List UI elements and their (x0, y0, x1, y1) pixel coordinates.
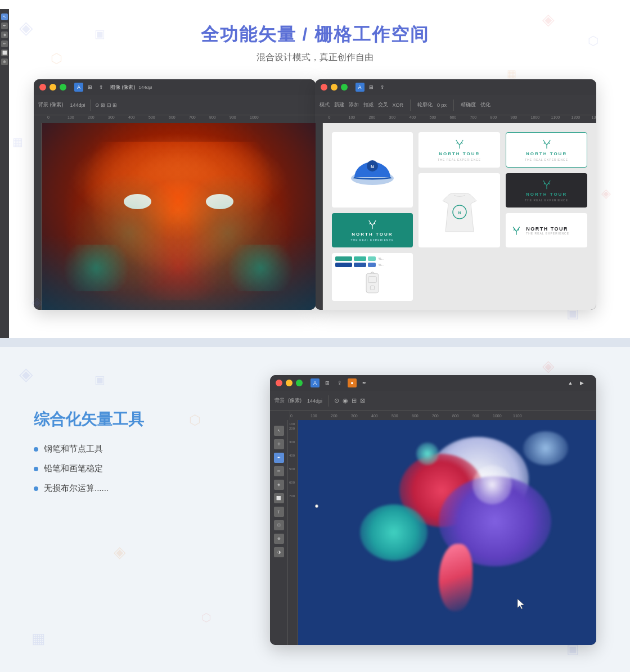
move-tool-2[interactable]: ✛ (274, 439, 284, 449)
canvas-left (42, 123, 316, 310)
close-dot-r[interactable] (321, 84, 327, 91)
titlebar-2: A ⊞ ⇪ ● ✒ ▲ ▶ (270, 375, 596, 391)
brand-logo-sub-4: THE REAL EXPERIENCE (350, 238, 394, 242)
brand-logo-name-1: NORTH TOUR (439, 151, 480, 156)
svg-text:N: N (371, 164, 374, 169)
zoom-tool-2[interactable]: ⊕ (274, 534, 284, 544)
app-icon-2: A (310, 378, 320, 387)
close-dot[interactable] (39, 84, 46, 91)
maximize-dot-2[interactable] (296, 380, 303, 386)
feature-item-2: 铅笔和画笔稳定 (34, 463, 248, 474)
blob-teal-sm (416, 443, 439, 465)
cursor-tool-2[interactable]: ↖ (274, 426, 284, 436)
titlebar-left: A ⊞ ⇪ 图像 (像素) 144dpi (34, 79, 316, 95)
antler-logo-icon-2 (540, 138, 554, 150)
section-divider (0, 338, 630, 347)
ruler-vertical-left (34, 123, 42, 310)
palette-backpack-card: %... %... (332, 253, 413, 301)
grid-icon: ⊞ (86, 83, 94, 92)
deco-icon-s2-1: ◈ (19, 363, 33, 385)
svg-text:N: N (458, 211, 461, 215)
canvas-right: NORTH TOUR THE REAL EXPERIENCE NORTH TOU… (323, 123, 597, 310)
shape-tool-2[interactable]: ⬜ (274, 493, 284, 503)
feature-item-3: 无损布尔运算...... (34, 483, 248, 494)
bullet-3 (34, 486, 38, 491)
app-window-right: A ⊞ ⇪ 模式新建添加扣减交叉XOR 轮廓化0 px精确度优化 0100200… (315, 79, 597, 310)
brand-logo-sub-3: THE REAL EXPERIENCE (525, 199, 568, 202)
brand-card-dark-1: NORTH TOUR THE REAL EXPERIENCE (506, 173, 587, 208)
dual-window-container: A ⊞ ⇪ 图像 (像素) 144dpi 背景 (像素) 144dpi ⊙ ⊠ … (34, 79, 596, 310)
hat-illustration: N (350, 150, 395, 190)
feature-list: 钢笔和节点工具 铅笔和画笔稳定 无损布尔运算...... (34, 444, 248, 494)
toolbar-dpi-label: 144dpi (307, 398, 322, 404)
toolbar-left: 背景 (像素) 144dpi ⊙ ⊠ ⊡ ⊞ (34, 95, 316, 115)
share-icon: ⇪ (97, 83, 106, 92)
window-body-left: ↖ ✛ ✒ ✏ ⬜ T ⊕ ◉ ⊡ (34, 123, 316, 310)
blob-ribbon (439, 544, 472, 611)
maximize-dot-r[interactable] (341, 84, 348, 91)
feature-label-1: 钢笔和节点工具 (44, 444, 103, 454)
ruler-h-2: 010020030040050060070080090010001100 (270, 411, 596, 420)
brand-logo-name-4: NORTH TOUR (352, 232, 393, 237)
right-icon-1: ▲ (566, 378, 575, 387)
right-icon-2: ▶ (577, 378, 586, 387)
pen-cursor (515, 598, 529, 611)
section1-title: 全功能矢量 / 栅格工作空间 (34, 22, 596, 47)
toolbar-bg-label: 背景 (274, 397, 285, 404)
brand-card-outline-1: NORTH TOUR THE REAL EXPERIENCE (506, 132, 587, 168)
tools-panel-2: ↖ ✛ ✒ ✏ ◈ ⬜ T ⊡ ⊕ ◑ (270, 420, 288, 645)
canvas-2 (298, 420, 596, 645)
minimize-dot[interactable] (50, 84, 56, 91)
share-icon-r: ⇪ (378, 83, 387, 92)
deco-icon-s2-5: ▦ (32, 630, 46, 647)
deco-icon: ◈ (601, 186, 611, 201)
brand-card-horizontal: NORTH TOUR THE REAL EXPERIENCE (506, 213, 587, 247)
blob-light-blue (523, 431, 568, 465)
brand-grid: NORTH TOUR THE REAL EXPERIENCE NORTH TOU… (332, 132, 588, 301)
brand-logo-sub-5: THE REAL EXPERIENCE (526, 232, 569, 235)
text-tool-2[interactable]: T (274, 507, 284, 517)
share-icon-2: ⇪ (335, 378, 344, 387)
deco-icon: ▦ (12, 135, 23, 148)
brand-logo-name-5: NORTH TOUR (526, 226, 569, 232)
window-body-2: ↖ ✛ ✒ ✏ ◈ ⬜ T ⊡ ⊕ ◑ 100 200 300 (270, 420, 596, 645)
node-tool-2[interactable]: ◈ (274, 480, 284, 490)
backpack-illustration (361, 269, 384, 297)
app-icon-right: A (356, 83, 364, 92)
antler-logo-icon-5 (510, 225, 523, 236)
crop-tool-2[interactable]: ⊡ (274, 520, 284, 530)
ruler-horizontal-right: 0100200300400500600700800900100011001200… (315, 115, 597, 123)
brand-card-white-1: NORTH TOUR THE REAL EXPERIENCE (418, 132, 500, 168)
tshirt-illustration: N (440, 187, 479, 234)
color-palette: %... %... (335, 256, 410, 267)
color-tool-2[interactable]: ◑ (274, 547, 284, 557)
color-icon-2: ● (348, 378, 357, 387)
app-window-left: A ⊞ ⇪ 图像 (像素) 144dpi 背景 (像素) 144dpi ⊙ ⊠ … (34, 79, 316, 310)
pen-tool-2[interactable]: ✒ (274, 453, 284, 463)
brand-logo-name-3: NORTH TOUR (526, 192, 567, 197)
bullet-1 (34, 447, 38, 452)
antler-logo-icon-3 (540, 179, 554, 190)
selection-point (315, 504, 318, 508)
antler-logo-icon-4 (366, 219, 379, 230)
maximize-dot[interactable] (60, 84, 66, 91)
brand-logo-sub-2: THE REAL EXPERIENCE (525, 158, 568, 161)
section2-title: 综合化矢量工具 (34, 409, 248, 430)
brand-logo-name-2: NORTH TOUR (526, 151, 567, 156)
minimize-dot-r[interactable] (331, 84, 338, 91)
toolbar-2: 背景 (像素) 144dpi ⊙ ◉ ⊞ ⊠ (270, 391, 596, 411)
minimize-dot-2[interactable] (286, 380, 292, 386)
ruler-vertical-right (315, 123, 323, 310)
feature-label-2: 铅笔和画笔稳定 (44, 463, 103, 474)
app-icon-left: A (74, 83, 83, 92)
feature-item-1: 钢笔和节点工具 (34, 444, 248, 454)
brand-logo-sub-1: THE REAL EXPERIENCE (438, 158, 481, 161)
section-workspace: ◈ ⬡ ▣ ◈ ⬡ ▦ ◈ ⬡ ▣ ⬡ ▦ ◈ 全功能矢量 / 栅格工作空间 混… (0, 0, 630, 338)
blob-teal (360, 504, 428, 561)
grid-icon-2: ⊞ (323, 378, 332, 387)
titlebar-right: A ⊞ ⇪ (315, 79, 597, 95)
toolbar-right: 模式新建添加扣减交叉XOR 轮廓化0 px精确度优化 (315, 95, 597, 115)
section1-subtitle: 混合设计模式，真正创作自由 (34, 52, 596, 64)
brush-tool-2[interactable]: ✏ (274, 466, 284, 476)
close-dot-2[interactable] (276, 380, 282, 386)
